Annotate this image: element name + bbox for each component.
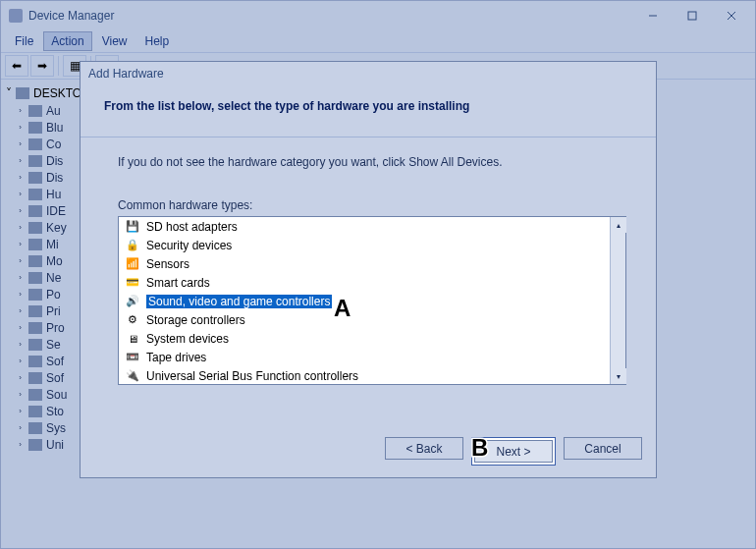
device-icon [28, 372, 42, 384]
device-icon [28, 122, 42, 134]
device-icon [28, 406, 42, 417]
hardware-type-list[interactable]: 💾SD host adapters🔒Security devices📶Senso… [118, 216, 626, 385]
list-scrollbar[interactable]: ▴ ▾ [610, 217, 625, 384]
dialog-hint: If you do not see the hardware category … [118, 155, 626, 169]
list-item[interactable]: 💳Smart cards [119, 273, 610, 292]
device-icon [28, 356, 42, 367]
category-icon: 🔌 [125, 369, 140, 383]
device-icon [28, 322, 42, 334]
menu-help[interactable]: Help [137, 31, 178, 51]
list-item[interactable]: 🔌Universal Serial Bus Function controlle… [119, 366, 610, 384]
category-icon: 💾 [125, 220, 140, 234]
back-icon[interactable]: ⬅ [5, 55, 28, 77]
list-item-label: System devices [146, 332, 229, 346]
window-title: Device Manager [28, 9, 114, 23]
device-icon [28, 205, 42, 217]
close-button[interactable] [712, 3, 751, 28]
list-item-label: Sound, video and game controllers [146, 295, 332, 308]
dialog-heading: From the list below, select the type of … [81, 85, 656, 137]
device-manager-window: Device Manager File Action View Help ⬅ ➡… [0, 0, 756, 549]
menu-action[interactable]: Action [43, 31, 91, 51]
device-icon [28, 305, 42, 317]
list-item-label: Storage controllers [146, 313, 245, 327]
computer-icon [16, 87, 29, 99]
list-label: Common hardware types: [118, 198, 626, 212]
list-item-label: SD host adapters [146, 220, 238, 234]
tree-node-label: Ne [46, 271, 61, 285]
category-icon: 📼 [125, 351, 140, 364]
add-hardware-dialog: Add Hardware From the list below, select… [80, 61, 657, 478]
device-icon [28, 339, 42, 351]
tree-node-label: Mi [46, 238, 59, 251]
tree-node-label: Se [46, 338, 61, 352]
list-item[interactable]: 🔒Security devices [119, 236, 610, 254]
list-item-label: Sensors [146, 257, 189, 271]
tree-node-label: Blu [46, 121, 63, 135]
device-icon [28, 289, 42, 301]
menu-file[interactable]: File [7, 31, 41, 51]
tree-node-label: Dis [46, 171, 63, 185]
tree-node-label: Pro [46, 321, 65, 335]
tree-node-label: Sto [46, 405, 64, 418]
forward-icon[interactable]: ➡ [30, 55, 54, 77]
category-icon: 📶 [125, 257, 140, 271]
device-icon [28, 155, 42, 167]
device-icon [28, 255, 42, 267]
category-icon: ⚙ [125, 313, 140, 327]
tree-node-label: Pri [46, 304, 61, 318]
list-item-label: Security devices [146, 239, 232, 252]
list-item-label: Tape drives [146, 351, 206, 364]
cancel-button[interactable]: Cancel [564, 437, 642, 460]
device-icon [28, 189, 42, 200]
tree-node-label: Mo [46, 254, 63, 268]
menu-view[interactable]: View [94, 31, 135, 51]
tree-node-label: Sys [46, 421, 66, 435]
tree-node-label: Hu [46, 188, 61, 201]
device-icon [28, 422, 42, 434]
tree-node-label: Sou [46, 388, 67, 402]
svg-rect-1 [688, 12, 696, 20]
maximize-button[interactable] [673, 3, 712, 28]
device-icon [28, 105, 42, 117]
device-icon [28, 439, 42, 451]
list-item[interactable]: 📼Tape drives [119, 348, 610, 366]
device-icon [28, 389, 42, 401]
category-icon: 🔒 [125, 239, 140, 252]
device-icon [28, 272, 42, 284]
dialog-title: Add Hardware [81, 62, 656, 85]
device-icon [28, 222, 42, 234]
scroll-down-icon[interactable]: ▾ [611, 368, 626, 384]
list-item-label: Smart cards [146, 276, 210, 290]
back-button[interactable]: < Back [385, 437, 463, 460]
scroll-up-icon[interactable]: ▴ [611, 217, 626, 233]
tree-node-label: Po [46, 288, 61, 302]
minimize-button[interactable] [633, 3, 673, 28]
list-item-label: Universal Serial Bus Function controller… [146, 369, 358, 383]
device-icon [28, 172, 42, 184]
tree-node-label: Au [46, 104, 61, 118]
list-item[interactable]: ⚙Storage controllers [119, 310, 610, 329]
category-icon: 🖥 [125, 332, 140, 346]
next-button[interactable]: Next > [474, 440, 553, 463]
list-item[interactable]: 🔊Sound, video and game controllers [119, 292, 610, 310]
category-icon: 💳 [125, 276, 140, 290]
list-item[interactable]: 💾SD host adapters [119, 217, 610, 236]
tree-node-label: IDE [46, 204, 66, 218]
device-icon [28, 239, 42, 250]
tree-node-label: Dis [46, 154, 63, 168]
list-item[interactable]: 📶Sensors [119, 254, 610, 273]
tree-node-label: Sof [46, 371, 64, 385]
menubar: File Action View Help [1, 30, 755, 52]
tree-node-label: Uni [46, 438, 64, 452]
tree-node-label: Key [46, 221, 67, 235]
device-icon [28, 138, 42, 150]
titlebar: Device Manager [1, 1, 755, 30]
app-icon [9, 9, 23, 23]
tree-node-label: Sof [46, 355, 64, 368]
tree-node-label: Co [46, 137, 61, 151]
list-item[interactable]: 🖥System devices [119, 329, 610, 348]
category-icon: 🔊 [125, 295, 140, 308]
